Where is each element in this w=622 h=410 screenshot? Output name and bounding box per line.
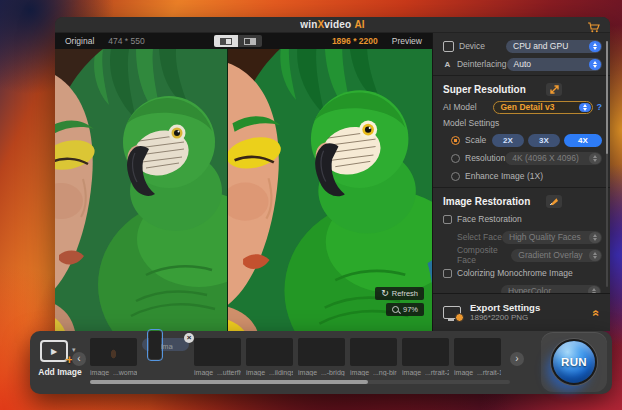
scale-3x-button[interactable]: 3X [528,134,560,147]
image-restoration-header: Image Restoration [443,193,602,209]
zoom-level-value: 97% [403,305,418,314]
thumbnail-image[interactable] [149,331,161,359]
colorizing-label: Colorizing Monochrome Image [457,268,573,278]
colorizing-checkbox[interactable] [443,269,452,278]
thumbnail-image[interactable] [402,338,449,366]
expand-arrows-icon [546,83,562,96]
export-settings-title: Export Settings [470,302,540,313]
preview-area[interactable]: ↻ Refresh 97% [55,49,432,331]
divider [433,75,610,76]
brand-prefix: win [300,19,317,30]
ai-model-value: Gen Detail v3 [501,102,555,112]
restore-brush-icon [546,195,562,208]
single-view-button[interactable] [238,35,262,47]
select-stepper-icon [579,103,591,112]
play-icon: ▶ [51,347,57,356]
thumbnail-image[interactable] [246,338,293,366]
super-resolution-header: Super Resolution [443,81,602,97]
device-row: Device CPU and GPU [443,39,602,53]
add-image-label[interactable]: Add Image [30,367,90,377]
scroll-left-button[interactable]: ‹ [72,352,86,366]
thumbnail-name: image_...woman [90,369,137,376]
ai-model-label: AI Model [443,102,477,112]
close-icon[interactable]: × [184,333,194,343]
resolution-value: 4K (4096 X 4096) [512,153,579,163]
export-settings-section[interactable]: Export Settings 1896*2200 PNG « [433,293,610,331]
collapse-chevron-icon[interactable]: « [590,309,604,316]
select-stepper-icon [589,250,601,261]
thumbnail-scrollbar-track[interactable] [90,380,510,384]
brand-suffix: video [324,19,351,30]
model-settings-label: Model Settings [443,118,602,128]
super-resolution-title: Super Resolution [443,84,526,95]
panel-scrollbar[interactable] [606,41,608,287]
composite-face-select[interactable]: Gradient Overlay [511,249,602,262]
bottom-dock: ▶ + ▾ Add Image ‹ image_...woman image_.… [30,331,612,394]
split-divider[interactable] [227,49,228,331]
refresh-label: Refresh [392,289,418,298]
brand-ai: AI [354,19,364,30]
thumbnail-name: image_...rtrait-2 [402,369,449,376]
help-icon[interactable]: ? [597,102,603,112]
enhance-radio[interactable] [451,172,460,181]
deinterlacing-label: Deinterlacing [457,59,507,69]
export-monitor-icon [443,306,461,319]
face-restoration-checkbox[interactable] [443,215,452,224]
thumbnail-image[interactable] [194,338,241,366]
thumbnail-strip: image_...woman image_...-parrot × image_… [90,338,506,376]
magnifier-icon [392,306,399,313]
app-window: winXvideo AI Original 474 * 550 1896 * 2… [55,17,610,331]
enhance-label: Enhance Image (1X) [465,171,543,181]
device-value: CPU and GPU [513,41,568,51]
thumbnail-name: image_...rtrait-1 [454,369,501,376]
ai-model-row: AI Model Gen Detail v3 ? [443,100,602,114]
thumbnail-buildings[interactable]: image_...ildings [246,338,293,376]
select-face-select[interactable]: High Quality Faces [502,231,602,244]
select-face-value: High Quality Faces [509,232,581,242]
thumbnail-image[interactable] [90,338,137,366]
thumbnail-bird[interactable]: image_...ng-bird [350,338,397,376]
refresh-button[interactable]: ↻ Refresh [375,287,424,300]
refresh-icon: ↻ [381,289,389,298]
select-stepper-icon [589,59,601,70]
thumbnail-parrot-selected[interactable]: image_...-parrot × [142,338,189,351]
scale-radio[interactable] [451,136,460,145]
face-restoration-row: Face Restoration [443,212,602,226]
colorizing-row: Colorizing Monochrome Image [443,266,602,280]
thumbnail-portrait-2[interactable]: image_...rtrait-2 [402,338,449,376]
resolution-select[interactable]: 4K (4096 X 4096) [505,152,602,165]
select-stepper-icon [589,41,601,52]
thumbnail-bridge[interactable]: image_...-bridge [298,338,345,376]
composite-face-row: Composite Face Gradient Overlay [443,248,602,262]
scale-2x-button[interactable]: 2X [492,134,524,147]
export-settings-subtitle: 1896*2200 PNG [470,313,540,323]
thumbnail-butterfly[interactable]: image_...utterfly [194,338,241,376]
thumbnail-woman[interactable]: image_...woman [90,338,137,376]
thumbnail-portrait-1[interactable]: image_...rtrait-1 [454,338,501,376]
run-button[interactable]: RUN [551,339,597,385]
scale-row: Scale 2X 3X 4X [451,133,602,147]
ai-model-select[interactable]: Gen Detail v3 [493,101,593,114]
device-label: Device [459,41,485,51]
device-select[interactable]: CPU and GPU [506,40,602,53]
thumbnail-image[interactable] [454,338,501,366]
select-face-row: Select Face High Quality Faces [443,230,602,244]
deinterlacing-value: Auto [514,59,532,69]
scroll-right-button[interactable]: › [510,352,524,366]
divider [433,187,610,188]
deinterlacing-icon: A [443,60,452,69]
thumbnail-image[interactable] [298,338,345,366]
scale-4x-button[interactable]: 4X [564,134,602,147]
split-view-button[interactable] [214,35,238,47]
deinterlacing-select[interactable]: Auto [507,58,602,71]
zoom-level-indicator[interactable]: 97% [386,303,424,316]
image-restoration-title: Image Restoration [443,196,530,207]
composite-face-value: Gradient Overlay [518,250,582,260]
add-image-icon[interactable]: ▶ + [40,340,68,362]
resolution-radio[interactable] [451,154,460,163]
thumbnail-scrollbar-thumb[interactable] [90,380,368,384]
preview-label: Preview [392,36,422,46]
output-size: 1896 * 2200 [332,36,378,46]
thumbnail-image[interactable] [350,338,397,366]
enhance-row: Enhance Image (1X) [451,169,602,183]
